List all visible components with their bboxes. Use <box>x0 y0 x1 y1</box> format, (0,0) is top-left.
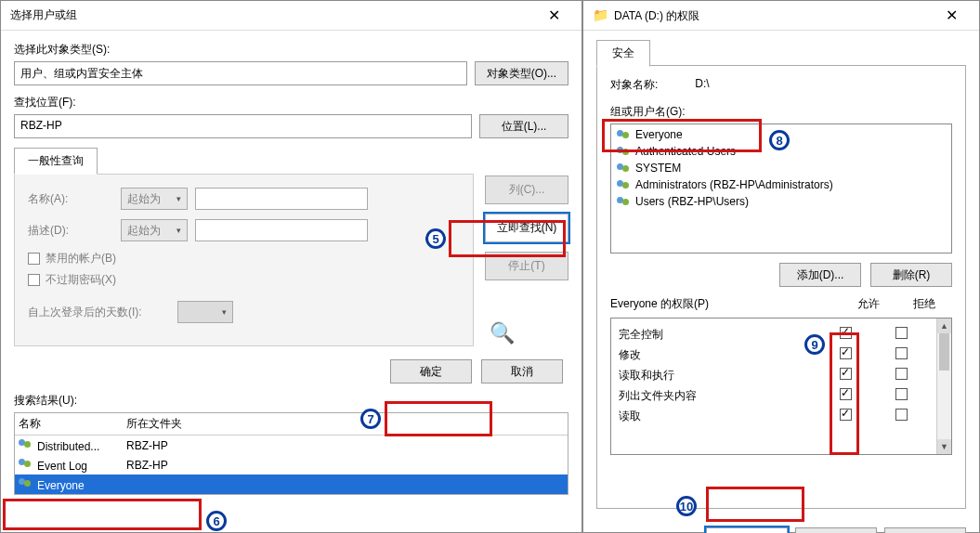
chevron-down-icon: ▾ <box>222 307 227 317</box>
name-match-combo[interactable]: 起始为▾ <box>121 188 188 210</box>
perm-row: 读取 <box>619 406 929 426</box>
no-expire-label: 不过期密码(X) <box>46 273 116 286</box>
col-folder[interactable]: 所在文件夹 <box>126 416 182 432</box>
desc-input[interactable] <box>195 219 368 241</box>
results-header: 名称 所在文件夹 <box>15 413 568 436</box>
groups-users-label: 组或用户名(G): <box>610 104 952 120</box>
stop-button[interactable]: 停止(T) <box>485 252 568 280</box>
list-item[interactable]: Authenticated Users <box>613 143 949 160</box>
find-now-button[interactable]: 立即查找(N) <box>485 214 568 242</box>
results-label: 搜索结果(U): <box>14 393 568 409</box>
allow-checkbox[interactable] <box>840 409 852 421</box>
allow-header: 允许 <box>841 296 896 312</box>
list-item[interactable]: Everyone <box>613 126 949 143</box>
perm-row: 完全控制 <box>619 324 929 344</box>
scrollbar[interactable]: ▲ ▼ <box>936 318 951 454</box>
cancel-button[interactable]: 取消 <box>795 527 877 533</box>
list-item[interactable]: SYSTEM <box>613 160 949 176</box>
col-name[interactable]: 名称 <box>19 416 126 432</box>
ok-button[interactable]: 确定 <box>390 359 472 384</box>
list-item[interactable]: Users (RBZ-HP\Users) <box>613 193 949 210</box>
users-icon <box>19 476 33 489</box>
disabled-accounts-checkbox[interactable] <box>28 253 40 265</box>
allow-checkbox[interactable] <box>840 327 852 339</box>
permissions-label: Everyone 的权限(P) <box>610 296 709 312</box>
deny-checkbox[interactable] <box>895 327 908 339</box>
object-type-label: 选择此对象类型(S): <box>14 42 568 58</box>
users-icon <box>19 457 33 470</box>
location-field[interactable]: RBZ-HP <box>14 114 472 138</box>
users-icon <box>19 437 33 450</box>
desc-field-label: 描述(D): <box>28 223 113 239</box>
tab-general-query[interactable]: 一般性查询 <box>14 148 98 175</box>
users-icon <box>617 178 632 191</box>
locations-button[interactable]: 位置(L)... <box>479 114 568 138</box>
deny-checkbox[interactable] <box>895 388 908 400</box>
add-button[interactable]: 添加(D)... <box>779 263 861 287</box>
deny-checkbox[interactable] <box>895 409 908 421</box>
titlebar: 选择用户或组 ✕ <box>1 1 581 31</box>
tab-security[interactable]: 安全 <box>596 40 650 67</box>
dialog-title: 选择用户或组 <box>10 7 77 23</box>
result-row[interactable]: Event Log RBZ-HP <box>15 455 568 474</box>
location-label: 查找位置(F): <box>14 95 568 110</box>
allow-checkbox[interactable] <box>840 347 852 359</box>
users-icon <box>617 162 632 175</box>
search-folder-icon: 🔍 <box>485 320 518 346</box>
object-types-button[interactable]: 对象类型(O)... <box>475 61 568 85</box>
principals-list[interactable]: Everyone Authenticated Users SYSTEM Admi… <box>610 124 952 254</box>
name-field-label: 名称(A): <box>28 191 113 207</box>
deny-checkbox[interactable] <box>895 347 908 359</box>
close-icon[interactable]: ✕ <box>535 6 572 24</box>
users-icon <box>617 195 632 208</box>
days-combo[interactable]: ▾ <box>177 301 233 323</box>
object-type-field[interactable]: 用户、组或内置安全主体 <box>14 61 467 85</box>
chevron-down-icon: ▾ <box>176 226 181 235</box>
scroll-up-icon[interactable]: ▲ <box>937 318 951 333</box>
deny-header: 拒绝 <box>896 296 952 312</box>
columns-button[interactable]: 列(C)... <box>485 176 568 204</box>
desc-match-combo[interactable]: 起始为▾ <box>121 219 188 241</box>
list-item[interactable]: Administrators (RBZ-HP\Administrators) <box>613 176 949 193</box>
perm-row: 修改 <box>619 344 929 365</box>
permissions-dialog: 📁DATA (D:) 的权限 ✕ 安全 对象名称: D:\ 组或用户名(G): … <box>582 0 980 533</box>
result-row-selected[interactable]: Everyone <box>15 474 568 494</box>
apply-button[interactable]: 应用(A) <box>884 527 966 533</box>
close-icon[interactable]: ✕ <box>933 6 970 24</box>
dialog-title: 📁DATA (D:) 的权限 <box>593 7 699 24</box>
users-icon <box>617 145 632 158</box>
perm-row: 列出文件夹内容 <box>619 385 929 406</box>
object-name-label: 对象名称: <box>610 77 658 93</box>
scroll-thumb[interactable] <box>939 333 949 370</box>
remove-button[interactable]: 删除(R) <box>870 263 952 287</box>
users-icon <box>617 128 632 141</box>
result-row[interactable]: Distributed... RBZ-HP <box>15 436 568 455</box>
titlebar: 📁DATA (D:) 的权限 ✕ <box>583 1 979 31</box>
ok-button[interactable]: 确定 <box>706 527 788 533</box>
disabled-accounts-label: 禁用的帐户(B) <box>46 252 116 265</box>
days-since-label: 自上次登录后的天数(I): <box>28 305 142 320</box>
allow-checkbox[interactable] <box>840 388 852 400</box>
allow-checkbox[interactable] <box>840 368 852 380</box>
perm-row: 读取和执行 <box>619 365 929 385</box>
cancel-button[interactable]: 取消 <box>481 359 563 384</box>
deny-checkbox[interactable] <box>895 368 908 380</box>
folder-icon: 📁 <box>593 7 608 22</box>
chevron-down-icon: ▾ <box>176 194 181 203</box>
object-name-value: D:\ <box>695 77 709 93</box>
permissions-box: 完全控制 修改 读取和执行 列出文件夹内容 读取 ▲ ▼ <box>610 318 952 455</box>
no-expire-checkbox[interactable] <box>28 274 40 286</box>
select-user-dialog: 选择用户或组 ✕ 选择此对象类型(S): 用户、组或内置安全主体 对象类型(O)… <box>0 0 582 533</box>
name-input[interactable] <box>195 188 368 210</box>
scroll-down-icon[interactable]: ▼ <box>937 439 951 454</box>
